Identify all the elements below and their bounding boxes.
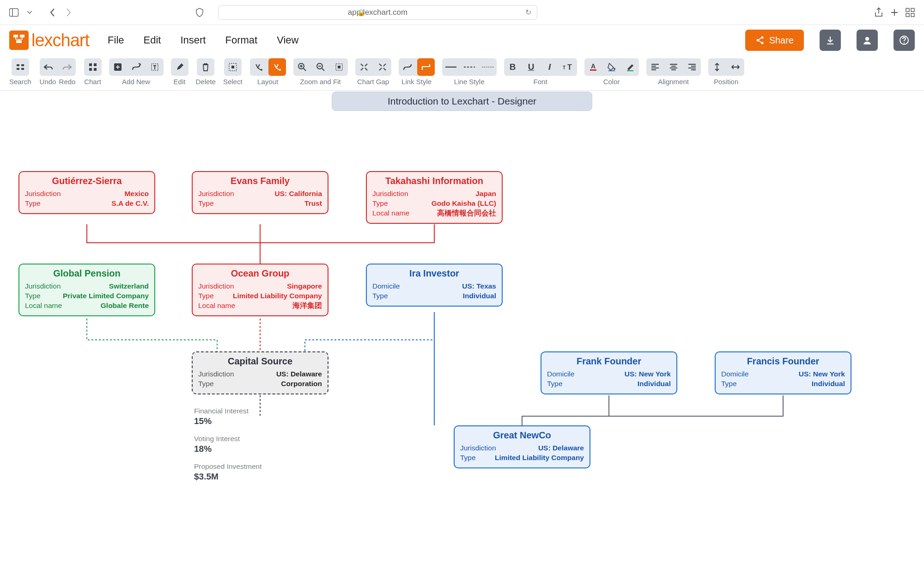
sidebar-toggle-icon[interactable] [8, 7, 19, 18]
svg-text:A: A [591, 62, 596, 70]
menu-insert[interactable]: Insert [180, 34, 206, 46]
entity-title: Great NewCo [460, 430, 584, 441]
textsize-tool[interactable]: TT [559, 58, 577, 76]
entity-great-newco[interactable]: Great NewCo JurisdictionUS: Delaware Typ… [454, 425, 590, 468]
entity-title: Francis Founder [721, 356, 845, 367]
select-tool[interactable] [224, 58, 242, 76]
bordercolor-tool[interactable] [621, 58, 639, 76]
entity-frank-founder[interactable]: Frank Founder DomicileUS: New York TypeI… [541, 351, 677, 394]
shield-icon[interactable] [194, 7, 205, 18]
italic-tool[interactable]: I [541, 58, 559, 76]
entity-title: Ira Investor [372, 268, 496, 279]
chart-tool[interactable] [84, 58, 102, 76]
edit-tool[interactable] [171, 58, 188, 76]
lock-icon: 🔒 [357, 9, 365, 16]
entity-gutierrez[interactable]: Gutiérrez-Sierra JurisdictionMexico Type… [18, 171, 155, 214]
delete-tool[interactable] [197, 58, 214, 76]
gap-expand-tool[interactable] [355, 58, 373, 76]
line-dotted-tool[interactable] [479, 58, 497, 76]
metric-financial-interest: Financial Interest 15% [194, 407, 249, 426]
entity-capital-source[interactable]: Capital Source JurisdictionUS: Delaware … [192, 351, 328, 394]
entity-title: Global Pension [25, 268, 149, 279]
add-link-tool[interactable] [128, 58, 145, 76]
menu-format[interactable]: Format [225, 34, 257, 46]
align-left-tool[interactable] [646, 58, 664, 76]
chevron-down-icon[interactable] [24, 7, 35, 18]
menu-edit[interactable]: Edit [144, 34, 161, 46]
gap-contract-tool[interactable] [374, 58, 391, 76]
svg-point-14 [904, 43, 905, 43]
entity-ira-investor[interactable]: Ira Investor DomicileUS: Texas TypeIndiv… [366, 264, 503, 307]
entity-ocean-group[interactable]: Ocean Group JurisdictionSingapore TypeLi… [192, 264, 328, 316]
svg-rect-18 [21, 68, 24, 70]
back-button[interactable] [47, 7, 58, 18]
menu-view[interactable]: View [277, 34, 298, 46]
undo-tool[interactable] [40, 58, 57, 76]
help-button[interactable] [894, 30, 915, 51]
menu-file[interactable]: File [108, 34, 124, 46]
entity-title: Capital Source [198, 356, 322, 367]
reload-icon[interactable]: ↻ [525, 8, 531, 17]
entity-takahashi[interactable]: Takahashi Information JurisdictionJapan … [366, 171, 503, 224]
url-bar[interactable]: 🔒 app.lexchart.com ↻ [218, 5, 537, 20]
svg-point-28 [279, 69, 281, 71]
position-label: Position [714, 78, 738, 86]
svg-rect-5 [911, 13, 914, 17]
svg-rect-22 [94, 68, 97, 71]
plus-icon[interactable] [889, 7, 900, 18]
textcolor-tool[interactable]: A [584, 58, 602, 76]
align-right-tool[interactable] [683, 58, 701, 76]
fit-tool[interactable] [330, 58, 348, 76]
add-box-tool[interactable] [109, 58, 127, 76]
redo-tool[interactable] [58, 58, 76, 76]
svg-rect-32 [338, 66, 340, 68]
svg-rect-20 [94, 63, 97, 66]
line-solid-tool[interactable] [442, 58, 460, 76]
layout-auto-tool[interactable] [250, 58, 267, 76]
svg-rect-8 [16, 40, 22, 43]
undo-label: Undo [39, 78, 57, 86]
link-curve-tool[interactable] [399, 58, 416, 76]
search-tool[interactable] [12, 58, 29, 76]
position-v-tool[interactable] [708, 58, 726, 76]
svg-rect-41 [608, 70, 615, 71]
svg-text:T: T [563, 65, 565, 70]
user-button[interactable] [857, 30, 878, 51]
entity-francis-founder[interactable]: Francis Founder DomicileUS: New York Typ… [715, 351, 851, 394]
delete-label: Delete [196, 78, 216, 86]
metric-proposed-investment: Proposed Investment $3.5M [194, 462, 261, 482]
svg-rect-19 [89, 63, 92, 66]
svg-rect-39 [590, 69, 596, 71]
link-ortho-tool[interactable] [417, 58, 435, 76]
position-h-tool[interactable] [727, 58, 744, 76]
entity-title: Gutiérrez-Sierra [25, 176, 149, 186]
download-button[interactable] [820, 30, 841, 51]
edit-label: Edit [174, 78, 186, 86]
underline-tool[interactable]: U [523, 58, 540, 76]
fillcolor-tool[interactable] [603, 58, 620, 76]
bold-tool[interactable]: B [504, 58, 522, 76]
svg-rect-7 [20, 35, 24, 37]
share-icon[interactable] [873, 7, 884, 18]
search-label: Search [9, 78, 31, 86]
addnew-label: Add New [122, 78, 150, 86]
tabs-icon[interactable] [905, 7, 916, 18]
logo[interactable]: lexchart [9, 31, 89, 50]
browser-toolbar: 🔒 app.lexchart.com ↻ [0, 0, 924, 25]
chart-canvas[interactable]: Gutiérrez-Sierra JurisdictionMexico Type… [0, 111, 924, 564]
align-center-tool[interactable] [665, 58, 682, 76]
chart-title-banner[interactable]: Introduction to Lexchart - Designer [332, 92, 592, 111]
forward-button[interactable] [63, 7, 74, 18]
svg-rect-2 [906, 8, 909, 12]
zoom-out-tool[interactable] [312, 58, 329, 76]
entity-global-pension[interactable]: Global Pension JurisdictionSwitzerland T… [18, 264, 155, 316]
line-dashed-tool[interactable] [461, 58, 478, 76]
zoom-in-tool[interactable] [293, 58, 311, 76]
add-text-tool[interactable] [146, 58, 164, 76]
share-button[interactable]: Share [745, 30, 804, 51]
svg-rect-26 [231, 66, 234, 68]
svg-rect-17 [21, 64, 24, 66]
share-label: Share [769, 35, 794, 46]
entity-evans[interactable]: Evans Family JurisdictionUS: California … [192, 171, 328, 214]
layout-tree-tool[interactable] [268, 58, 286, 76]
